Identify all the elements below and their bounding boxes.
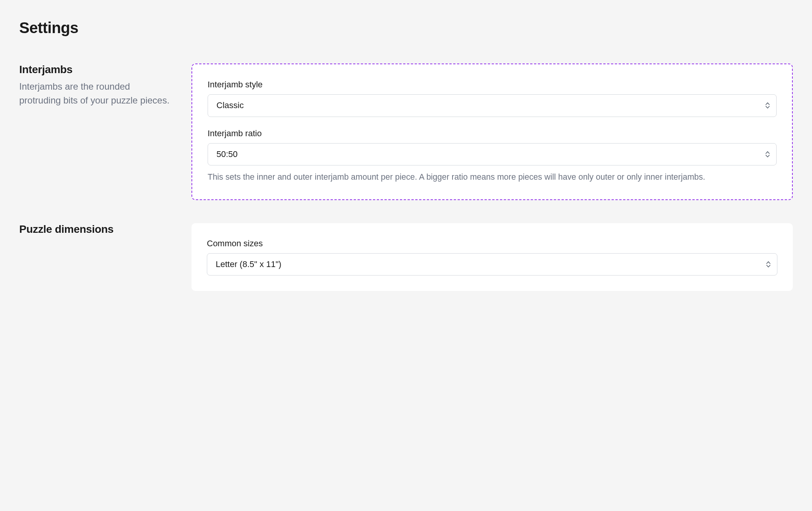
field-interjamb-ratio: Interjamb ratio 50:50 This sets the inne…	[208, 129, 777, 184]
section-dimensions-title: Puzzle dimensions	[19, 223, 173, 235]
select-wrapper-interjamb-ratio: 50:50	[208, 143, 777, 166]
select-interjamb-style[interactable]: Classic	[208, 94, 777, 117]
label-interjamb-style: Interjamb style	[208, 80, 777, 90]
field-interjamb-style: Interjamb style Classic	[208, 80, 777, 117]
section-interjambs-aside: Interjambs Interjambs are the rounded pr…	[19, 63, 173, 107]
select-wrapper-common-sizes: Letter (8.5" x 11")	[207, 253, 777, 276]
select-common-sizes[interactable]: Letter (8.5" x 11")	[207, 253, 777, 276]
section-interjambs: Interjambs Interjambs are the rounded pr…	[19, 63, 793, 200]
section-interjambs-description: Interjambs are the rounded protruding bi…	[19, 80, 173, 107]
card-dimensions: Common sizes Letter (8.5" x 11")	[191, 223, 793, 291]
select-interjamb-ratio[interactable]: 50:50	[208, 143, 777, 166]
card-interjambs: Interjamb style Classic Interjamb ratio …	[191, 63, 793, 200]
label-common-sizes: Common sizes	[207, 239, 777, 249]
section-interjambs-title: Interjambs	[19, 63, 173, 76]
section-dimensions-aside: Puzzle dimensions	[19, 223, 173, 239]
select-wrapper-interjamb-style: Classic	[208, 94, 777, 117]
section-dimensions: Puzzle dimensions Common sizes Letter (8…	[19, 223, 793, 291]
page-title: Settings	[19, 19, 793, 37]
label-interjamb-ratio: Interjamb ratio	[208, 129, 777, 139]
field-common-sizes: Common sizes Letter (8.5" x 11")	[207, 239, 777, 276]
help-interjamb-ratio: This sets the inner and outer interjamb …	[208, 171, 777, 184]
